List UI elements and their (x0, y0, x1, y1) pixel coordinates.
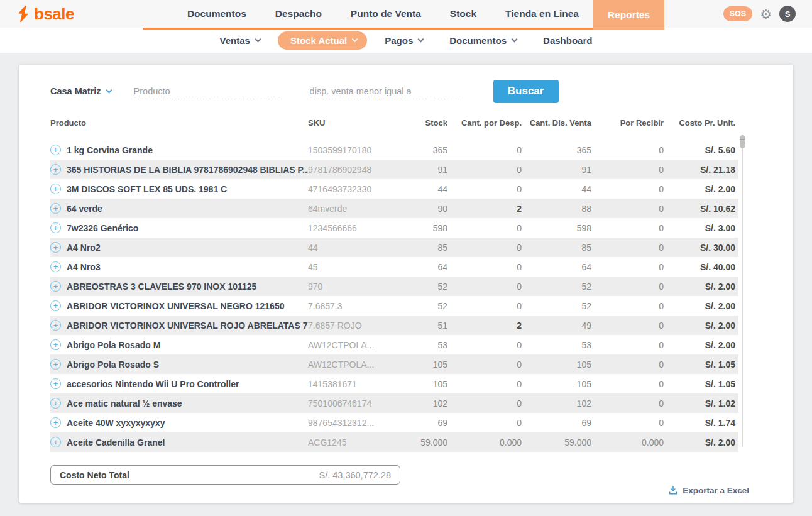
cant-por-desp-cell: 0 (447, 340, 522, 350)
gear-icon[interactable]: ⚙ (760, 8, 772, 21)
sku-cell: 1503599170180 (308, 145, 415, 155)
cant-por-desp-cell: 2 (447, 204, 522, 214)
subnav-item-stock-actual[interactable]: Stock Actual (278, 31, 367, 50)
por-recibir-cell: 0.000 (591, 437, 664, 447)
costo-cell: S/. 1.05 (664, 360, 735, 370)
sku-cell: AW12CTPOLA... (308, 360, 415, 370)
table-row[interactable]: + Aceite Cadenilla Granel ACG1245 59.000… (50, 432, 738, 452)
expand-plus-icon[interactable]: + (50, 437, 61, 447)
expand-plus-icon[interactable]: + (50, 320, 61, 331)
subnav-label: Ventas (220, 35, 250, 46)
cant-dis-venta-cell: 59.000 (522, 437, 591, 447)
table-row[interactable]: + ABRIDOR VICTORINOX UNIVERSAL NEGRO 121… (50, 296, 738, 316)
costo-cell: S/. 2.00 (664, 340, 735, 350)
product-name: 1 kg Corvina Grande (66, 145, 308, 155)
table-row[interactable]: + Aceite 40W xyxyxyxyxy 987654312312... … (50, 413, 738, 432)
nav-item-stock[interactable]: Stock (436, 0, 491, 28)
table-row[interactable]: + Ace matic natural ½ envase 75010067461… (50, 393, 738, 413)
cant-por-desp-cell: 0 (447, 184, 522, 194)
costo-cell: S/. 5.60 (664, 145, 735, 155)
costo-cell: S/. 1.05 (664, 379, 735, 389)
sku-cell: 7.6857 ROJO (308, 321, 415, 331)
product-name: 7w2326 Genérico (66, 223, 308, 233)
expand-plus-icon[interactable]: + (50, 300, 61, 311)
expand-plus-icon[interactable]: + (50, 145, 61, 155)
expand-plus-icon[interactable]: + (50, 164, 61, 175)
filter-bar: Casa Matriz Buscar (19, 79, 793, 104)
table-row[interactable]: + 365 HISTORIAS DE LA BIBLIA 97817869029… (50, 160, 738, 179)
cant-por-desp-cell: 0 (447, 262, 522, 272)
expand-plus-icon[interactable]: + (50, 222, 61, 233)
table-row[interactable]: + ABREOSTRAS 3 CLAVELES 970 INOX 101125 … (50, 277, 738, 296)
avatar[interactable]: S (779, 6, 796, 22)
table-row[interactable]: + accesorios Nintendo Wii U Pro Controll… (50, 374, 738, 393)
cant-por-desp-cell: 0 (447, 418, 522, 428)
nav-item-punto-de-venta[interactable]: Punto de Venta (336, 0, 436, 28)
costo-cell: S/. 2.00 (664, 301, 735, 311)
table-header-row: Producto SKU Stock Cant. por Desp. Cant.… (50, 114, 738, 131)
table-row[interactable]: + 1 kg Corvina Grande 1503599170180 365 … (50, 140, 738, 160)
available-qty-filter-input[interactable] (310, 83, 458, 99)
export-to-excel-button[interactable]: Exportar a Excel (668, 485, 749, 495)
stock-cell: 598 (415, 223, 447, 233)
table-row[interactable]: + Abrigo Pola Rosado M AW12CTPOLA... 53 … (50, 335, 738, 354)
expand-plus-icon[interactable]: + (50, 184, 61, 194)
table-scrollbar[interactable] (740, 135, 745, 447)
brand-logo[interactable]: bsale (16, 5, 123, 23)
total-cost-box: Costo Neto Total S/. 43,360,772.28 (50, 465, 400, 485)
sos-button[interactable]: SOS (723, 6, 752, 22)
cant-dis-venta-cell: 53 (522, 340, 591, 350)
chevron-down-icon (255, 36, 261, 43)
expand-plus-icon[interactable]: + (50, 417, 61, 428)
table-row[interactable]: + ABRIDOR VICTORINOX UNIVERSAL ROJO ABRE… (50, 316, 738, 335)
expand-plus-icon[interactable]: + (50, 261, 61, 272)
subnav-label: Stock Actual (290, 35, 347, 46)
sku-cell: 1415381671 (308, 379, 415, 389)
por-recibir-cell: 0 (591, 301, 664, 311)
expand-plus-icon[interactable]: + (50, 339, 61, 350)
stock-table-body: + 1 kg Corvina Grande 1503599170180 365 … (50, 140, 738, 452)
product-name: accesorios Nintendo Wii U Pro Controller (66, 379, 308, 389)
cant-por-desp-cell: 2 (447, 321, 522, 331)
por-recibir-cell: 0 (591, 282, 664, 292)
table-row[interactable]: + A4 Nro3 45 64 0 64 0 S/. 40.00 (50, 257, 738, 277)
por-recibir-cell: 0 (591, 184, 664, 194)
stock-cell: 69 (415, 418, 447, 428)
search-button[interactable]: Buscar (493, 80, 559, 103)
expand-plus-icon[interactable]: + (50, 242, 61, 253)
chevron-down-icon (418, 36, 424, 43)
table-row[interactable]: + 3M DISCOS SOFT LEX 85 UDS. 1981 C 4716… (50, 179, 738, 199)
header-actions: SOS ⚙ S (714, 6, 796, 22)
table-row[interactable]: + A4 Nro2 44 85 0 85 0 S/. 30.00 (50, 238, 738, 257)
subnav-item-documentos[interactable]: Documentos (441, 31, 525, 50)
subnav-item-ventas[interactable]: Ventas (211, 31, 269, 50)
table-row[interactable]: + 64 verde 64mverde 90 2 88 0 S/. 10.62 (50, 199, 738, 218)
nav-item-documentos[interactable]: Documentos (173, 0, 261, 28)
product-filter-input[interactable] (134, 83, 280, 99)
costo-cell: S/. 3.00 (664, 223, 735, 233)
sku-cell: 7.6857.3 (308, 301, 415, 311)
branch-selector[interactable]: Casa Matriz (50, 86, 111, 96)
subnav-item-pagos[interactable]: Pagos (376, 31, 432, 50)
nav-item-despacho[interactable]: Despacho (261, 0, 336, 28)
stock-cell: 105 (415, 379, 447, 389)
bsale-logo-icon (16, 5, 30, 23)
header-producto: Producto (50, 118, 308, 128)
por-recibir-cell: 0 (591, 223, 664, 233)
expand-plus-icon[interactable]: + (50, 378, 61, 389)
expand-plus-icon[interactable]: + (50, 398, 61, 409)
cant-dis-venta-cell: 105 (522, 379, 591, 389)
table-row[interactable]: + 7w2326 Genérico 1234566666 598 0 598 0… (50, 218, 738, 238)
expand-plus-icon[interactable]: + (50, 203, 61, 214)
table-row[interactable]: + Abrigo Pola Rosado S AW12CTPOLA... 105… (50, 354, 738, 374)
nav-underline (143, 28, 660, 30)
product-name: 64 verde (66, 204, 308, 214)
expand-plus-icon[interactable]: + (50, 281, 61, 292)
expand-plus-icon[interactable]: + (50, 359, 61, 370)
subnav-item-dashboard[interactable]: Dashboard (534, 31, 601, 50)
nav-item-reportes[interactable]: Reportes (593, 0, 664, 30)
costo-cell: S/. 2.00 (664, 321, 735, 331)
scrollbar-thumb[interactable] (740, 135, 745, 148)
nav-item-tienda-en-linea[interactable]: Tienda en Linea (491, 0, 593, 28)
cant-dis-venta-cell: 52 (522, 301, 591, 311)
